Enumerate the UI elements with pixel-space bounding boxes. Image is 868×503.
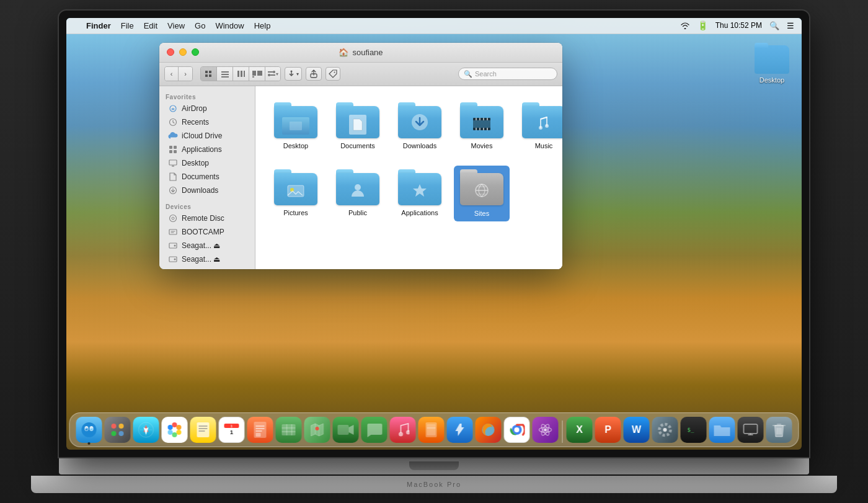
share-button[interactable] xyxy=(306,67,322,81)
sidebar-item-downloads[interactable]: Downloads xyxy=(162,184,252,197)
search-icon[interactable]: 🔍 xyxy=(769,21,779,30)
dock-app-appstore[interactable] xyxy=(447,417,473,443)
dock-app-excel[interactable]: X xyxy=(567,417,593,443)
file-item-public[interactable]: Public xyxy=(330,166,386,221)
sidebar-label-bootcamp: BOOTCAMP xyxy=(182,228,224,236)
svg-rect-11 xyxy=(257,71,262,76)
dock-app-finder[interactable] xyxy=(76,417,102,443)
window-title: 🏠 soufiane xyxy=(339,48,383,57)
svg-point-110 xyxy=(515,427,520,432)
menubar-left: Finder soufiane File Edit View Go Window… xyxy=(74,21,270,30)
svg-point-19 xyxy=(334,72,335,73)
dock-app-ibooks[interactable] xyxy=(418,417,445,443)
dock-app-messages[interactable] xyxy=(361,417,388,443)
dock-app-safari[interactable] xyxy=(133,417,159,443)
list-icon[interactable]: ☰ xyxy=(787,21,794,30)
forward-button[interactable]: › xyxy=(179,67,192,81)
dock-app-pages[interactable] xyxy=(247,417,273,443)
remotedisc-icon xyxy=(168,213,178,223)
file-item-desktop[interactable]: Desktop xyxy=(268,99,324,153)
dock-app-codepoint[interactable] xyxy=(533,417,559,443)
file-item-movies[interactable]: Movies xyxy=(454,99,510,153)
sidebar-item-documents[interactable]: Documents xyxy=(162,170,252,184)
dock-app-systemprefs[interactable] xyxy=(652,417,678,443)
sidebar-item-remotedisc[interactable]: Remote Disc xyxy=(162,211,252,225)
svg-point-64 xyxy=(86,428,87,429)
dock-app-firefox[interactable] xyxy=(476,417,502,443)
svg-rect-50 xyxy=(487,128,488,130)
search-box[interactable]: 🔍 Search xyxy=(458,68,557,80)
sidebar-item-recents[interactable]: Recents xyxy=(162,115,252,129)
dock-app-notes[interactable] xyxy=(190,417,216,443)
svg-text:1: 1 xyxy=(231,424,232,428)
applications-icon xyxy=(168,145,178,154)
menu-go[interactable]: Go xyxy=(195,21,205,30)
macbook-chin xyxy=(59,457,809,474)
sidebar-label-seagate2: Seagat... ⏏ xyxy=(182,255,220,264)
battery-icon: 🔋 xyxy=(698,20,708,30)
menu-view[interactable]: View xyxy=(167,21,185,30)
close-button[interactable] xyxy=(167,48,174,56)
gallery-view-button[interactable] xyxy=(249,67,265,81)
dock-app-photos[interactable] xyxy=(162,417,188,443)
minimize-button[interactable] xyxy=(179,48,187,56)
file-item-pictures[interactable]: Pictures xyxy=(268,166,324,221)
back-button[interactable]: ‹ xyxy=(165,67,179,81)
favorites-section-title: Favorites xyxy=(159,91,255,102)
list-view-button[interactable] xyxy=(217,67,233,81)
svg-rect-38 xyxy=(290,122,302,130)
macbook-notch xyxy=(409,461,459,470)
dock-app-chrome[interactable] xyxy=(504,417,530,443)
dock-app-numbers[interactable] xyxy=(276,417,302,443)
dock-app-facetime[interactable] xyxy=(333,417,359,443)
svg-point-16 xyxy=(268,74,270,76)
column-view-button[interactable] xyxy=(233,67,249,81)
action-button[interactable]: ▾ xyxy=(285,67,302,81)
window-title-text: soufiane xyxy=(352,48,383,57)
sidebar-item-applications[interactable]: Applications xyxy=(162,143,252,156)
dock-app-launchpad[interactable] xyxy=(105,417,131,443)
menu-window[interactable]: Window xyxy=(215,21,244,30)
svg-point-79 xyxy=(168,430,173,435)
sidebar-item-airdrop[interactable]: AirDrop xyxy=(162,102,252,115)
wifi-icon xyxy=(680,22,690,29)
dock-app-word[interactable]: W xyxy=(624,417,650,443)
menubar: Finder soufiane File Edit View Go Window… xyxy=(66,18,802,34)
desktop-icon[interactable]: Desktop xyxy=(755,43,789,84)
dock-app-terminal[interactable]: $_ xyxy=(681,417,707,443)
file-item-downloads[interactable]: Downloads xyxy=(392,99,448,153)
sidebar-item-bootcamp[interactable]: BOOTCAMP xyxy=(162,225,252,239)
svg-rect-101 xyxy=(338,425,349,435)
folder-icon-pictures xyxy=(274,169,317,205)
file-label-desktop: Desktop xyxy=(283,142,308,149)
dock-app-powerpoint[interactable]: P xyxy=(595,417,621,443)
svg-rect-95 xyxy=(282,424,296,435)
sidebar-item-seagate1[interactable]: Seagat... ⏏ xyxy=(162,239,252,252)
file-item-applications[interactable]: Applications xyxy=(392,166,448,221)
app-name[interactable]: Finder xyxy=(86,21,111,30)
dock-app-itunes[interactable] xyxy=(390,417,416,443)
file-item-sites[interactable]: Sites xyxy=(454,166,510,221)
dock-app-screen[interactable] xyxy=(738,417,764,443)
dock-app-maps[interactable] xyxy=(304,417,330,443)
menu-edit[interactable]: Edit xyxy=(144,21,157,30)
dock-app-calendar[interactable]: 11 xyxy=(219,417,245,443)
icloud-icon xyxy=(168,131,178,141)
file-label-sites: Sites xyxy=(471,209,493,218)
menu-help[interactable]: Help xyxy=(254,21,271,30)
dock-app-folder[interactable] xyxy=(709,417,735,443)
sidebar-item-seagate2[interactable]: Seagat... ⏏ xyxy=(162,252,252,266)
folder-icon-sites xyxy=(460,169,503,205)
view-options-button[interactable]: ▾ xyxy=(265,67,280,81)
dock-app-trash[interactable] xyxy=(766,417,792,443)
menu-file[interactable]: File xyxy=(121,21,134,30)
sidebar-item-desktop[interactable]: Desktop xyxy=(162,156,252,170)
sidebar-item-icloud[interactable]: iCloud Drive xyxy=(162,129,252,143)
file-item-music[interactable]: Music xyxy=(516,99,562,153)
sidebar-label-desktop: Desktop xyxy=(182,159,209,167)
file-item-documents[interactable]: Documents xyxy=(330,99,386,153)
tag-button[interactable] xyxy=(326,67,340,81)
maximize-button[interactable] xyxy=(192,48,199,56)
sidebar-label-recents: Recents xyxy=(182,118,209,127)
icon-view-button[interactable] xyxy=(201,67,217,81)
